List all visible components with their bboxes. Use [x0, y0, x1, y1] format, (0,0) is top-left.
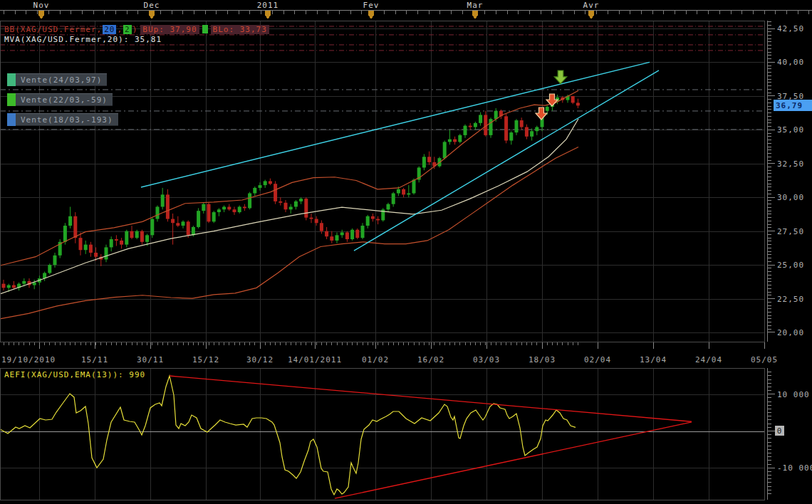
candle-body-up: [63, 226, 67, 242]
aefi-triangle-trendline[interactable]: [335, 422, 692, 498]
candle-body-down: [207, 204, 211, 222]
cyan-trendline[interactable]: [141, 62, 650, 187]
candle-body-down: [233, 209, 236, 212]
candle-body-down: [402, 189, 405, 195]
trade-marker-label[interactable]: Vente(24/03,97): [7, 73, 107, 86]
candle-body-up: [479, 115, 482, 122]
bollinger-legend: BB(XAG/USD.Fermer,20,2)BUp: 37,90BLo: 33…: [4, 24, 269, 34]
bb-lower-value: BLo: 33,73: [211, 25, 269, 34]
candle-body-down: [576, 103, 580, 105]
price-axis-label: 27,50: [777, 227, 804, 236]
month-label: Nov: [33, 1, 50, 10]
candle-body-down: [171, 219, 175, 224]
price-axis-label: 30,00: [777, 193, 804, 202]
candle-body-down: [12, 285, 16, 288]
chart-root: NovDec2011FevMarAvr19/10/201015/1130/111…: [0, 1, 812, 500]
trading-chart-window: NovDec2011FevMarAvr19/10/201015/1130/111…: [0, 0, 812, 504]
candle-body-up: [217, 209, 221, 212]
candle-body-up: [474, 123, 477, 127]
month-label: 2011: [257, 1, 279, 10]
candle-body-down: [320, 223, 323, 231]
date-axis-label: 30/11: [137, 355, 164, 364]
candle-body-up: [135, 231, 139, 238]
candle-body-down: [176, 223, 179, 226]
candle-body-down: [2, 284, 6, 288]
month-marker-icon: [38, 11, 44, 19]
candle-body-down: [243, 206, 246, 208]
gridlines: [0, 21, 765, 500]
bollinger-lower-band: [0, 147, 578, 319]
candle-body-up: [53, 256, 57, 265]
candle-body-up: [335, 235, 339, 241]
date-axis-label: 16/02: [417, 355, 444, 364]
candle-body-up: [84, 245, 88, 251]
indicator-panel-border: [1, 369, 765, 500]
candle-body-up: [202, 204, 205, 211]
candle-body-up: [125, 231, 128, 245]
candle-body-down: [376, 219, 380, 221]
trade-marker-text: Vente(24/03,97): [16, 73, 107, 86]
date-axis-label: 05/05: [751, 355, 778, 364]
date-ruler[interactable]: 19/10/201015/1130/1115/1230/1214/01/2011…: [1, 342, 778, 364]
candle-body-up: [22, 281, 26, 284]
mva-legend: MVA(XAG/USD.Fermer,20): 35,81: [4, 35, 162, 44]
candle-body-up: [392, 194, 395, 204]
candle-body-up: [253, 188, 256, 194]
candle-body-up: [7, 285, 11, 288]
candle-body-down: [525, 127, 529, 137]
candle-body-down: [469, 126, 472, 127]
trade-marker-color-square: [7, 73, 16, 86]
date-axis-label: 01/02: [362, 355, 389, 364]
month-marker-icon: [368, 11, 374, 19]
candle-body-up: [222, 206, 226, 209]
candle-body-up: [259, 185, 262, 188]
candle-body-up: [350, 230, 354, 239]
panel-borders: [1, 21, 765, 500]
bb-period-badge[interactable]: 20: [103, 25, 116, 34]
candle-body-up: [289, 206, 293, 209]
candle-body-down: [310, 218, 313, 219]
candle-body-up: [192, 227, 195, 235]
candle-body-up: [443, 142, 447, 158]
date-axis-label: 15/11: [81, 355, 108, 364]
trade-marker-text: Vente(18/03,-193): [16, 113, 118, 126]
month-label: Mar: [467, 1, 484, 10]
indicator-axis-label: -10 000: [777, 463, 812, 473]
candle-body-down: [330, 236, 333, 241]
date-axis-label: 15/12: [192, 355, 219, 364]
trade-marker-color-square: [7, 93, 16, 106]
candle-body-down: [130, 231, 134, 238]
candle-body-down: [227, 206, 231, 209]
trade-marker-label[interactable]: Vente(18/03,-193): [7, 113, 118, 126]
top-time-ruler[interactable]: NovDec2011FevMarAvr: [0, 1, 812, 19]
candle-body-down: [325, 231, 328, 237]
bb-color-swatch: [202, 25, 208, 33]
bb-deviation-badge[interactable]: 2: [123, 25, 132, 34]
price-chart-canvas[interactable]: NovDec2011FevMarAvr19/10/201015/1130/111…: [0, 0, 812, 504]
date-axis-label: 18/03: [529, 355, 556, 364]
date-axis-label: 02/04: [584, 355, 611, 364]
green-down-arrow[interactable]: [554, 70, 567, 84]
candle-body-up: [458, 135, 462, 142]
bb-legend-sep: ,: [117, 25, 123, 34]
candle-body-up: [535, 127, 538, 132]
month-marker-icon: [472, 11, 478, 19]
red-down-arrow[interactable]: [536, 107, 547, 120]
candle-body-up: [464, 126, 467, 135]
month-label: Dec: [144, 1, 160, 10]
candle-body-up: [156, 206, 160, 219]
date-axis-label: 14/01/2011: [288, 355, 342, 364]
price-axis-label: 42,50: [777, 24, 804, 33]
trade-marker-label[interactable]: Vente(22/03,-59): [7, 93, 113, 106]
aefi-triangle-trendline[interactable]: [170, 376, 692, 421]
candle-body-down: [89, 245, 93, 253]
month-marker-icon: [149, 11, 155, 19]
candle-body-up: [68, 216, 72, 226]
candle-body-up: [212, 212, 216, 221]
price-axis-label: 20,00: [777, 328, 804, 337]
candle-body-down: [94, 253, 98, 257]
candle-body-down: [315, 219, 318, 224]
price-ruler[interactable]: 42,5040,0037,5035,0032,5030,0027,5025,00…: [768, 21, 812, 500]
date-axis-label: 30/12: [246, 355, 274, 364]
indicator-axis-label: 10 000: [777, 390, 810, 399]
